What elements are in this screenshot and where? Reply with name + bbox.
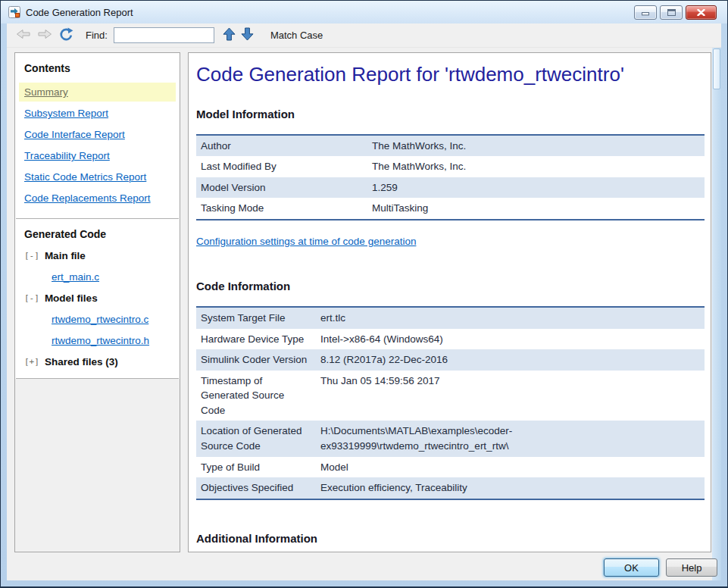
sidebar-item-summary[interactable]: Summary	[19, 83, 176, 102]
minimize-icon	[642, 7, 649, 18]
close-icon	[697, 7, 705, 18]
row-label: Last Modified By	[196, 156, 367, 177]
tree-group-label: Shared files (3)	[45, 356, 118, 368]
window-title: Code Generation Report	[26, 7, 634, 18]
minimize-button[interactable]	[634, 5, 657, 20]
tree-group-label: Model files	[45, 292, 98, 304]
row-value: 1.259	[367, 177, 705, 199]
row-value: Execution efficiency, Traceability	[316, 477, 705, 499]
table-row: Simulink Coder Version8.12 (R2017a) 22-D…	[196, 349, 705, 371]
row-label: Location of Generated Source Code	[196, 421, 316, 456]
row-value: Intel->x86-64 (Windows64)	[316, 329, 705, 350]
tree-group: [-]Main fileert_main.c	[24, 250, 170, 283]
section-heading-additional-info: Additional Information	[196, 532, 705, 545]
sidebar-item-subsystem-report[interactable]: Subsystem Report	[19, 104, 176, 123]
row-label: Type of Build	[196, 457, 316, 478]
arrow-down-icon	[241, 27, 254, 43]
table-row: Last Modified ByThe MathWorks, Inc.	[196, 156, 705, 177]
tree-group: [-]Model filesrtwdemo_rtwecintro.crtwdem…	[24, 292, 170, 346]
find-next-button[interactable]	[239, 27, 257, 45]
arrow-up-icon	[223, 27, 236, 43]
row-label: Simulink Coder Version	[196, 349, 316, 371]
file-link-rtwdemo-rtwecintro-h[interactable]: rtwdemo_rtwecintro.h	[52, 335, 149, 346]
tree-group-header: [-]Main file	[24, 250, 170, 261]
row-label: Author	[196, 135, 367, 157]
generated-code-heading: Generated Code	[24, 228, 170, 240]
sidebar-item-static-code-metrics-report[interactable]: Static Code Metrics Report	[19, 167, 176, 186]
collapse-toggle-icon[interactable]: [-]	[24, 293, 39, 303]
help-button[interactable]: Help	[666, 558, 717, 577]
row-value: ert.tlc	[316, 307, 705, 329]
code-info-table: System Target Fileert.tlcHardware Device…	[196, 306, 705, 500]
report-title: Code Generation Report for 'rtwdemo_rtwe…	[196, 62, 705, 88]
section-heading-model-info: Model Information	[196, 108, 705, 120]
titlebar: Code Generation Report	[1, 1, 727, 23]
row-label: Hardware Device Type	[196, 329, 316, 350]
contents-heading: Contents	[24, 62, 170, 74]
main-area: Contents SummarySubsystem ReportCode Int…	[7, 48, 721, 580]
file-link-rtwdemo-rtwecintro-c[interactable]: rtwdemo_rtwecintro.c	[52, 314, 148, 325]
footer: OK Help	[604, 558, 717, 577]
file-link-ert-main-c[interactable]: ert_main.c	[52, 271, 99, 283]
tree-group-header: [-]Model files	[24, 292, 170, 304]
sidebar-item-code-interface-report[interactable]: Code Interface Report	[19, 125, 176, 144]
generated-code-tree: [-]Main fileert_main.c[-]Model filesrtwd…	[24, 250, 170, 368]
generated-code-section: Generated Code [-]Main fileert_main.c[-]…	[15, 219, 180, 378]
sidebar-item-code-replacements-report[interactable]: Code Replacements Report	[19, 189, 176, 208]
collapse-toggle-icon[interactable]: [-]	[24, 251, 39, 261]
tree-group: [+]Shared files (3)	[24, 356, 170, 368]
expand-toggle-icon[interactable]: [+]	[24, 357, 39, 367]
contents-section: Contents SummarySubsystem ReportCode Int…	[15, 53, 180, 218]
row-value: 8.12 (R2017a) 22-Dec-2016	[316, 349, 705, 371]
maximize-button[interactable]	[660, 5, 683, 20]
code-generation-report-window: Code Generation Report	[0, 0, 728, 588]
row-label: Objectives Specified	[196, 477, 316, 499]
row-value: The MathWorks, Inc.	[367, 156, 705, 177]
forward-button[interactable]	[36, 27, 54, 45]
close-button[interactable]	[686, 5, 717, 20]
window-controls	[634, 5, 717, 20]
row-value: The MathWorks, Inc.	[367, 135, 705, 157]
table-row: Tasking ModeMultiTasking	[196, 198, 705, 220]
refresh-icon	[58, 27, 73, 44]
table-row: AuthorThe MathWorks, Inc.	[196, 135, 705, 157]
row-value: Model	[316, 457, 705, 478]
ok-button[interactable]: OK	[604, 558, 659, 577]
tree-group-header: [+]Shared files (3)	[24, 356, 170, 368]
report-content: Code Generation Report for 'rtwdemo_rtwe…	[188, 52, 711, 552]
scrollbar-thumb[interactable]	[713, 48, 720, 89]
find-previous-button[interactable]	[220, 27, 239, 45]
tree-group-label: Main file	[45, 250, 86, 261]
table-row: Location of Generated Source CodeH:\Docu…	[196, 421, 705, 456]
table-row: Hardware Device TypeIntel->x86-64 (Windo…	[196, 329, 705, 350]
table-row: Type of BuildModel	[196, 457, 705, 478]
row-label: Tasking Mode	[196, 198, 367, 220]
back-icon	[16, 28, 31, 42]
vertical-scrollbar[interactable]	[712, 48, 721, 580]
simulink-report-icon	[8, 6, 20, 18]
row-label: Timestamp of Generated Source Code	[196, 371, 316, 421]
model-info-table: AuthorThe MathWorks, Inc.Last Modified B…	[196, 134, 705, 220]
match-case-toggle[interactable]: Match Case	[270, 30, 323, 41]
back-button[interactable]	[14, 27, 33, 45]
table-row: System Target Fileert.tlc	[196, 307, 705, 329]
row-label: Model Version	[196, 177, 367, 199]
forward-icon	[37, 28, 52, 42]
sidebar-filler	[15, 379, 180, 552]
table-row: Timestamp of Generated Source CodeThu Ja…	[196, 371, 705, 421]
row-value: H:\Documents\MATLAB\examples\ecoder-ex93…	[316, 421, 705, 456]
find-label: Find:	[86, 30, 108, 41]
maximize-icon	[667, 7, 676, 18]
table-row: Model Version1.259	[196, 177, 705, 199]
section-heading-code-info: Code Information	[196, 280, 705, 292]
row-value: MultiTasking	[367, 198, 705, 220]
find-input[interactable]	[114, 27, 214, 43]
table-row: Objectives SpecifiedExecution efficiency…	[196, 477, 705, 499]
configuration-settings-link[interactable]: Configuration settings at time of code g…	[196, 236, 416, 247]
sidebar-item-traceability-report[interactable]: Traceability Report	[19, 146, 176, 165]
contents-list: SummarySubsystem ReportCode Interface Re…	[19, 80, 176, 208]
report-sections: Model InformationAuthorThe MathWorks, In…	[196, 108, 705, 552]
row-label: System Target File	[196, 307, 316, 329]
refresh-button[interactable]	[57, 27, 75, 45]
sidebar: Contents SummarySubsystem ReportCode Int…	[14, 52, 180, 552]
